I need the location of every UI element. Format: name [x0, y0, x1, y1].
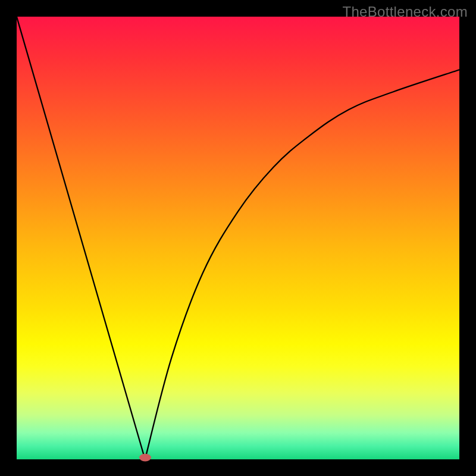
source-watermark: TheBottleneck.com: [342, 4, 468, 20]
plot-frame: [17, 17, 459, 459]
bottleneck-chart: TheBottleneck.com: [0, 0, 476, 476]
bottleneck-curve: [17, 17, 459, 459]
optimal-point-marker: [139, 454, 151, 462]
